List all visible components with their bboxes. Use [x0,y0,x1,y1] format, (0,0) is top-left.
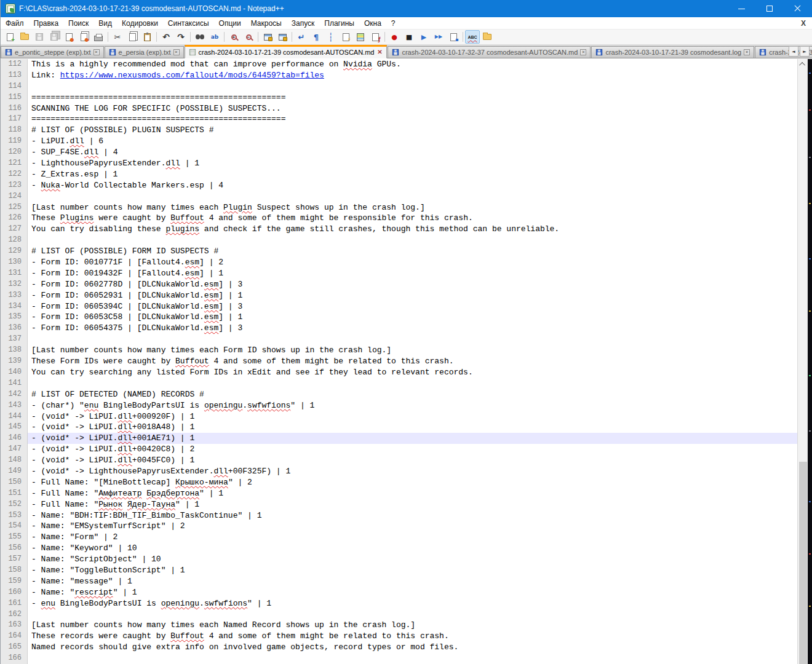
code-line[interactable]: These records were caught by Buffout 4 a… [28,631,797,642]
tab-scroll-left-button[interactable]: ◄ [789,46,798,57]
code-line[interactable]: - Name: "message" | 1 [28,576,797,587]
code-line[interactable]: - Name: "EMSystemTurfScript" | 2 [28,521,797,532]
tab-close-button[interactable]: ✕ [376,49,383,55]
playback-macro-button[interactable]: ▶ [416,30,431,44]
code-line[interactable]: # LIST OF (POSSIBLE) PLUGIN SUSPECTS # [28,125,797,136]
code-line[interactable]: - Form ID: 0010771F | [Fallout4.esm] | 2 [28,257,797,268]
close-window-button[interactable] [784,0,812,17]
code-line[interactable]: You can try searching any listed Form ID… [28,367,797,378]
code-line[interactable] [28,609,797,620]
find-button[interactable] [193,30,207,44]
code-line[interactable]: - Name: "rescript" | 1 [28,587,797,598]
tab-close-button[interactable]: ✕ [580,49,586,55]
code-line[interactable]: - Form ID: 06053C58 | [DLCNukaWorld.esm]… [28,312,797,323]
zoom-in-button[interactable]: + [226,30,241,44]
code-line[interactable]: - Nuka-World Collectable Markers.esp | 4 [28,180,797,191]
code-line[interactable]: - SUP_F4SE.dll | 4 [28,147,797,158]
save-file-button[interactable] [32,30,47,44]
code-line[interactable]: These Form IDs were caught by Buffout 4 … [28,356,797,367]
document-map-button[interactable] [353,30,368,44]
zoom-out-button[interactable]: − [241,30,256,44]
code-line[interactable]: - Name: "ScriptObject" | 10 [28,554,797,565]
open-file-button[interactable] [17,30,32,44]
tab-close-button[interactable]: ✕ [744,49,750,55]
word-wrap-button[interactable]: ↵ [294,30,309,44]
code-line[interactable]: - (void* -> LiPUI.dll+001AE71) | 1 [28,433,797,444]
code-line[interactable]: - (void* -> LiPUI.dll+00420C8) | 2 [28,444,797,455]
menu-item-11[interactable]: Окна [359,18,386,29]
indent-guide-button[interactable]: ┆ [324,30,338,44]
menu-item-2[interactable]: Правка [29,18,64,29]
code-line[interactable]: - Name: "Form" | 2 [28,532,797,543]
minimize-button[interactable] [727,0,755,17]
code-line[interactable]: Named records should give extra info on … [28,642,797,653]
code-line[interactable]: - Form ID: 06054375 | [DLCNukaWorld.esm]… [28,323,797,334]
tab-2[interactable]: e_persia (exp).txt✕ [105,46,184,58]
code-line[interactable]: This is a highly recommended mod that ca… [28,59,797,70]
spell-check-button[interactable]: ABC [465,30,480,44]
menu-item-1[interactable]: Файл [1,18,29,29]
code-line[interactable]: [Last number counts how many times each … [28,345,797,356]
menu-item-10[interactable]: Плагины [319,18,359,29]
code-line[interactable]: - LiPUI.dll | 6 [28,136,797,147]
code-line[interactable]: - Name: "BDH:TIF:BDH_TIF_Bimbo_TaskConti… [28,510,797,521]
code-line[interactable]: - Full Name: "Рынок Ядер-Тауна" | 1 [28,499,797,510]
code-line[interactable]: - Full Name: "Амфитеатр Брэдбертона" | 1 [28,488,797,499]
code-line[interactable]: - Form ID: 0602778D | [DLCNukaWorld.esm]… [28,279,797,290]
close-file-button[interactable]: ● [62,30,76,44]
function-list-button[interactable]: ƒ [368,30,383,44]
scrollbar-thumb[interactable] [799,462,807,664]
code-line[interactable] [28,191,797,202]
code-line[interactable]: - (void* -> LiPUI.dll+000920F) | 1 [28,411,797,422]
menu-item-4[interactable]: Вид [94,18,117,29]
code-line[interactable]: [Last number counts how many times each … [28,202,797,213]
sync-vertical-scrolling-button[interactable] [260,30,275,44]
close-all-files-button[interactable]: ● [76,30,91,44]
menu-item-5[interactable]: Кодировки [117,18,163,29]
code-line[interactable]: ========================================… [28,114,797,125]
code-line[interactable]: - (void* -> LiPUI.dll+0045FC0) | 1 [28,455,797,466]
text-editor[interactable]: 112This is a highly recommended mod that… [1,59,797,664]
code-line[interactable]: You can try disabling these plugins and … [28,224,797,235]
code-line[interactable] [28,81,797,92]
menu-item-7[interactable]: Опции [214,18,246,29]
code-line[interactable]: # LIST OF (POSSIBLE) FORM ID SUSPECTS # [28,246,797,257]
tab-3-active[interactable]: crash-2024-03-10-17-21-39 cosmodesant-AU… [185,45,388,58]
tab-scroll-right-button[interactable]: ► [800,46,810,57]
close-document-x-button[interactable]: X [801,19,806,28]
run-macro-multiple-times-button[interactable]: ▶▶ [431,30,446,44]
menu-item-9[interactable]: Запуск [287,18,320,29]
sync-horizontal-scrolling-button[interactable] [275,30,290,44]
code-line[interactable]: - (void* -> LighthousePapyrusExtender.dl… [28,466,797,477]
code-line[interactable] [28,653,797,664]
code-line[interactable]: # LIST OF DETECTED (NAMED) RECORDS # [28,389,797,400]
vertical-scrollbar[interactable] [797,59,808,664]
code-line[interactable]: - (void* -> LiPUI.dll+0018A48) | 1 [28,422,797,433]
tab-4[interactable]: crash-2024-03-10-17-32-37 cosmodesant-AU… [388,46,591,58]
tab-close-button[interactable]: ✕ [94,49,100,55]
stop-recording-button[interactable]: ■ [402,30,416,44]
code-line[interactable]: - Full Name: "[MineBottlecap] Крышко-мин… [28,477,797,488]
code-line[interactable]: SCANNING THE LOG FOR SPECIFIC (POSSIBLE)… [28,103,797,114]
tab-close-button[interactable]: ✕ [173,49,180,55]
copy-button[interactable] [125,30,140,44]
hyperlink[interactable]: https://www.nexusmods.com/fallout4/mods/… [60,71,324,80]
code-line[interactable]: - Form ID: 0605394C | [DLCNukaWorld.esm]… [28,301,797,312]
code-line[interactable]: - Form ID: 0019432F | [Fallout4.esm] | 1 [28,268,797,279]
paste-button[interactable] [140,30,154,44]
code-line[interactable]: - Z_Extras.esp | 1 [28,169,797,180]
folder-as-workspace-button[interactable] [480,30,495,44]
replace-button[interactable]: ab [207,30,222,44]
code-line[interactable] [28,378,797,389]
define-language-button[interactable]: ⚡ [338,30,353,44]
maximize-button[interactable] [755,0,784,17]
redo-button[interactable]: ↷ [173,30,188,44]
menu-item-8[interactable]: Макросы [246,18,287,29]
code-line[interactable]: - Name: "ToggleButtonScript" | 1 [28,565,797,576]
code-line[interactable]: Link: https://www.nexusmods.com/fallout4… [28,70,797,81]
new-file-button[interactable]: + [2,30,17,44]
save-recorded-macro-button[interactable]: ▪ [446,30,461,44]
code-line[interactable]: [Last number counts how many times each … [28,620,797,631]
code-line[interactable]: - LighthousePapyrusExtender.dll | 1 [28,158,797,169]
menu-item-12[interactable]: ? [386,18,400,29]
